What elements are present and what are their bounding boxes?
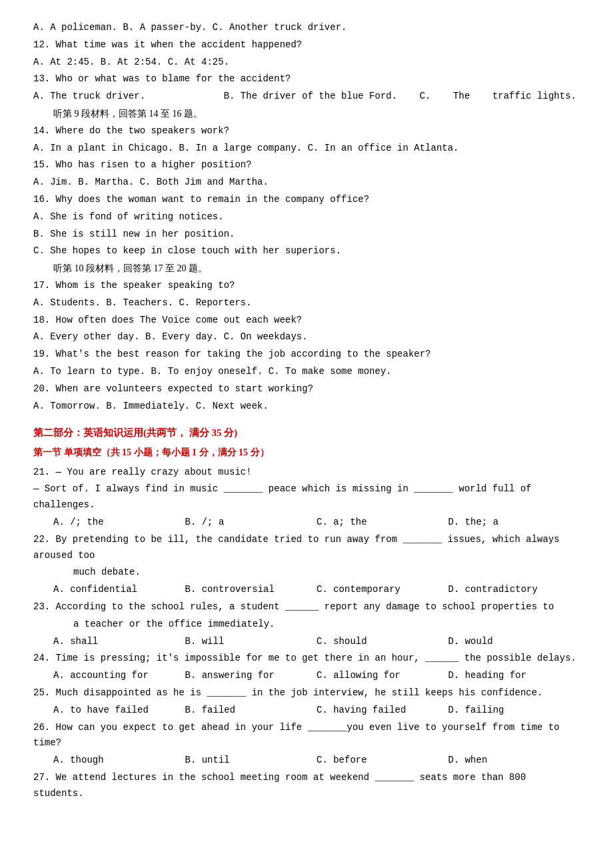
q24-line1: 24. Time is pressing; it's impossible fo… (33, 651, 580, 667)
q21-line1: 21. — You are really crazy about music! (33, 465, 580, 481)
q22-opt-b: B. controversial (185, 582, 317, 598)
q21-line2: — Sort of. I always find in music ______… (33, 481, 580, 513)
q23-opt-d: D. would (448, 634, 580, 650)
q25-opt-a: A. to have failed (53, 703, 185, 719)
q23-line2: a teacher or the office immediately. (33, 617, 580, 633)
q16-option-c: C. She hopes to keep in close touch with… (33, 243, 580, 259)
q19-options: A. To learn to type. B. To enjoy oneself… (33, 364, 580, 380)
q18-options: A. Every other day. B. Every day. C. On … (33, 329, 580, 345)
q21-opt-d: D. the; a (448, 515, 580, 531)
q22-opt-c: C. contemporary (316, 582, 448, 598)
q24-opt-a: A. accounting for (53, 668, 185, 684)
q23-options: A. shall B. will C. should D. would (33, 634, 580, 650)
q12-options: A. At 2:45. B. At 2:54. C. At 4:25. (33, 55, 580, 71)
q19-text: 19. What's the best reason for taking th… (33, 347, 580, 363)
q22-opt-d: D. contradictory (448, 582, 580, 598)
q16-option-b: B. She is still new in her position. (33, 227, 580, 243)
q17-text: 17. Whom is the speaker speaking to? (33, 278, 580, 294)
q14-options: A. In a plant in Chicago. B. In a large … (33, 141, 580, 157)
q27-line1: 27. We attend lectures in the school mee… (33, 770, 580, 802)
segment10-note: 听第 10 段材料，回答第 17 至 20 题。 (33, 261, 580, 277)
q23-opt-c: C. should (316, 634, 448, 650)
q26-opt-a: A. though (53, 753, 185, 769)
q13-text: 13. Who or what was to blame for the acc… (33, 71, 580, 87)
q26-opt-d: D. when (448, 753, 580, 769)
q21-opt-c: C. a; the (316, 515, 448, 531)
q24-options: A. accounting for B. answering for C. al… (33, 668, 580, 684)
q21-opt-b: B. /; a (185, 515, 317, 531)
q25-opt-b: B. failed (185, 703, 317, 719)
q16-option-a: A. She is fond of writing notices. (33, 209, 580, 225)
q16-text: 16. Why does the woman want to remain in… (33, 192, 580, 208)
q22-line2: much debate. (33, 565, 580, 581)
q22-opt-a: A. confidential (53, 582, 185, 598)
q26-line1: 26. How can you expect to get ahead in y… (33, 720, 580, 752)
q24-opt-d: D. heading for (448, 668, 580, 684)
prev-answer-line: A. A policeman. B. A passer-by. C. Anoth… (33, 20, 580, 36)
exam-content: A. A policeman. B. A passer-by. C. Anoth… (33, 20, 580, 802)
segment9-note: 听第 9 段材料，回答第 14 至 16 题。 (33, 106, 580, 122)
q12-text: 12. What time was it when the accident h… (33, 37, 580, 53)
q20-options: A. Tomorrow. B. Immediately. C. Next wee… (33, 399, 580, 415)
q13-options: A. The truck driver. B. The driver of th… (33, 89, 580, 105)
q25-line1: 25. Much disappointed as he is _______ i… (33, 685, 580, 701)
q15-options: A. Jim. B. Martha. C. Both Jim and Marth… (33, 175, 580, 191)
q23-opt-b: B. will (185, 634, 317, 650)
q20-text: 20. When are volunteers expected to star… (33, 381, 580, 397)
q24-opt-b: B. answering for (185, 668, 317, 684)
q25-options: A. to have failed B. failed C. having fa… (33, 703, 580, 719)
q25-opt-d: D. failing (448, 703, 580, 719)
q21-opt-a: A. /; the (53, 515, 185, 531)
q23-line1: 23. According to the school rules, a stu… (33, 599, 580, 615)
q26-opt-c: C. before (316, 753, 448, 769)
q25-opt-c: C. having failed (316, 703, 448, 719)
q18-text: 18. How often does The Voice come out ea… (33, 313, 580, 329)
q17-options: A. Students. B. Teachers. C. Reporters. (33, 295, 580, 311)
q22-options: A. confidential B. controversial C. cont… (33, 582, 580, 598)
q23-opt-a: A. shall (53, 634, 185, 650)
q24-opt-c: C. allowing for (316, 668, 448, 684)
q14-text: 14. Where do the two speakers work? (33, 123, 580, 139)
q22-line1: 22. By pretending to be ill, the candida… (33, 532, 580, 564)
section2-header: 第二部分：英语知识运用(共两节， 满分 35 分) 第一节 单项填空（共 15 … (33, 425, 580, 460)
q26-options: A. though B. until C. before D. when (33, 753, 580, 769)
q21-options: A. /; the B. /; a C. a; the D. the; a (33, 515, 580, 531)
q15-text: 15. Who has risen to a higher position? (33, 157, 580, 173)
q26-opt-b: B. until (185, 753, 317, 769)
